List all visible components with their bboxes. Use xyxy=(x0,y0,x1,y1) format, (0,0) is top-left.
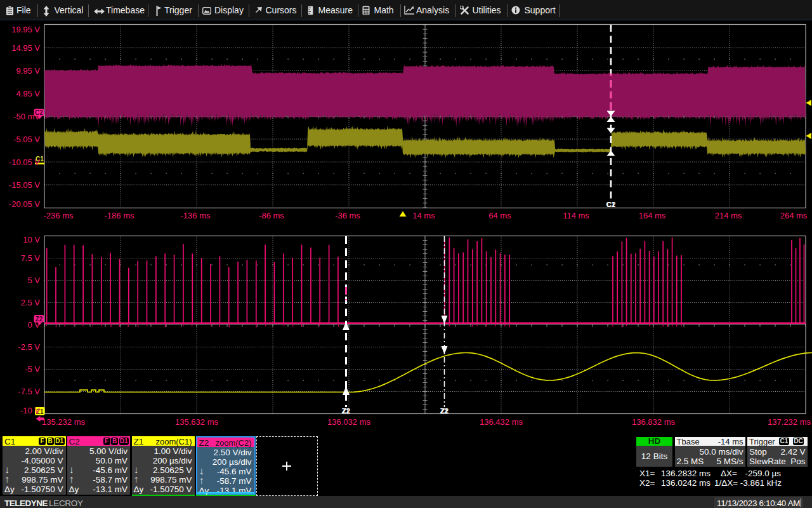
svg-text:-86 ms: -86 ms xyxy=(259,211,284,220)
svg-text:14 ms: 14 ms xyxy=(412,211,435,220)
svg-text:-186 ms: -186 ms xyxy=(105,211,134,220)
svg-text:214 ms: 214 ms xyxy=(715,211,742,220)
svg-text:-236 ms: -236 ms xyxy=(44,211,74,220)
svg-text:Z2: Z2 xyxy=(440,407,449,415)
svg-text:-36 ms: -36 ms xyxy=(335,211,360,220)
svg-text:-10.05 V: -10.05 V xyxy=(9,157,40,167)
svg-text:-2.5 V: -2.5 V xyxy=(18,342,40,352)
svg-text:7.5 V: 7.5 V xyxy=(21,253,41,263)
svg-text:C2: C2 xyxy=(606,201,615,208)
svg-text:9.95 V: 9.95 V xyxy=(16,66,40,76)
svg-text:14.95 V: 14.95 V xyxy=(11,43,40,53)
svg-text:-5 V: -5 V xyxy=(25,364,40,374)
svg-text:135.232 ms: 135.232 ms xyxy=(42,417,85,427)
svg-text:Z2: Z2 xyxy=(342,407,350,415)
svg-text:2.5 V: 2.5 V xyxy=(21,298,41,307)
svg-text:10 V: 10 V xyxy=(23,235,40,244)
svg-text:137.232 ms: 137.232 ms xyxy=(768,417,811,427)
svg-text:136.432 ms: 136.432 ms xyxy=(480,417,523,427)
svg-text:-10 V: -10 V xyxy=(20,406,40,415)
svg-text:0 V: 0 V xyxy=(27,320,40,330)
svg-text:4.95 V: 4.95 V xyxy=(16,89,40,98)
svg-text:264 ms: 264 ms xyxy=(780,211,808,220)
svg-text:-15.05 V: -15.05 V xyxy=(9,180,40,190)
svg-text:-136 ms: -136 ms xyxy=(181,211,211,220)
svg-text:-5.05 V: -5.05 V xyxy=(13,135,40,144)
svg-text:-50 mV: -50 mV xyxy=(13,112,40,121)
svg-text:135.632 ms: 135.632 ms xyxy=(175,417,218,427)
svg-text:19.95 V: 19.95 V xyxy=(11,25,40,34)
svg-text:114 ms: 114 ms xyxy=(563,211,589,220)
svg-text:64 ms: 64 ms xyxy=(488,211,511,220)
svg-text:136.032 ms: 136.032 ms xyxy=(327,417,370,427)
svg-text:-20.05 V: -20.05 V xyxy=(9,199,40,209)
svg-text:164 ms: 164 ms xyxy=(639,211,666,220)
svg-text:-7.5 V: -7.5 V xyxy=(18,387,40,396)
svg-text:136.832 ms: 136.832 ms xyxy=(632,417,675,427)
svg-text:5 V: 5 V xyxy=(27,276,40,285)
